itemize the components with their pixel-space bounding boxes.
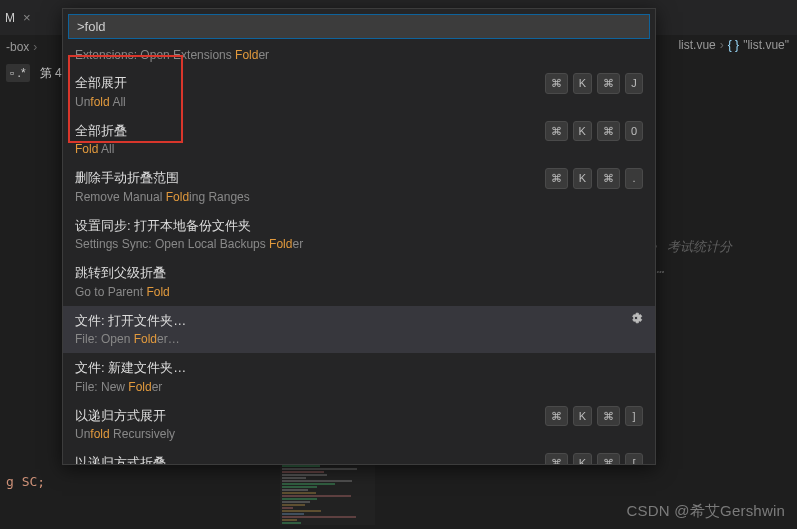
- keybinding-key: K: [573, 73, 592, 94]
- keybinding-key: K: [573, 453, 592, 464]
- breadcrumb: -box ›: [0, 38, 43, 56]
- command-item[interactable]: 以递归方式折叠Fold Recursively⌘K⌘[: [63, 448, 655, 464]
- keybinding-key: ⌘: [597, 121, 620, 142]
- command-secondary-label: Extensions: Open Extensions Folder: [75, 46, 269, 64]
- command-item[interactable]: 跳转到父级折叠Go to Parent Fold: [63, 258, 655, 306]
- command-primary-label: 以递归方式折叠: [75, 453, 166, 464]
- command-secondary-label: Settings Sync: Open Local Backups Folder: [75, 235, 303, 253]
- command-primary-label: 全部折叠: [75, 121, 127, 141]
- keybinding-key: ⌘: [597, 406, 620, 427]
- keybinding-key: K: [573, 168, 592, 189]
- keybinding-key: J: [625, 73, 643, 94]
- breadcrumb-symbol[interactable]: "list.vue": [743, 38, 789, 52]
- tab-label[interactable]: M: [5, 11, 15, 25]
- keybinding-key: ⌘: [545, 406, 568, 427]
- breadcrumb-item[interactable]: -box: [6, 40, 29, 54]
- command-palette: Extensions: Open Extensions Folder全部展开Un…: [62, 8, 656, 465]
- command-primary-label: 跳转到父级折叠: [75, 263, 170, 283]
- command-primary-label: 以递归方式展开: [75, 406, 175, 426]
- keybinding-key: 0: [625, 121, 643, 142]
- keybinding-key: ⌘: [545, 168, 568, 189]
- command-primary-label: 全部展开: [75, 73, 127, 93]
- chevron-right-icon: ›: [720, 38, 724, 52]
- command-item[interactable]: 删除手动折叠范围Remove Manual Folding Ranges⌘K⌘.: [63, 163, 655, 211]
- keybinding-key: K: [573, 406, 592, 427]
- command-primary-label: 设置同步: 打开本地备份文件夹: [75, 216, 303, 236]
- sub-bar: ▫ .* 第 4: [0, 60, 68, 86]
- command-primary-label: 文件: 打开文件夹…: [75, 311, 186, 331]
- command-secondary-label: Unfold All: [75, 93, 127, 111]
- keybinding-key: ⌘: [597, 73, 620, 94]
- change-indicator[interactable]: ▫ .*: [6, 64, 30, 82]
- chevron-right-icon: ›: [33, 40, 37, 54]
- command-secondary-label: File: New Folder: [75, 378, 186, 396]
- command-item[interactable]: 文件: 新建文件夹…File: New Folder: [63, 353, 655, 401]
- line-info: 第 4: [40, 65, 62, 82]
- close-icon[interactable]: ×: [23, 10, 31, 25]
- keybinding-key: ⌘: [545, 453, 568, 464]
- keybinding-key: ⌘: [545, 121, 568, 142]
- command-secondary-label: Fold All: [75, 140, 127, 158]
- command-secondary-label: Go to Parent Fold: [75, 283, 170, 301]
- keybinding-key: .: [625, 168, 643, 189]
- command-secondary-label: Unfold Recursively: [75, 425, 175, 443]
- gear-icon[interactable]: [629, 311, 643, 325]
- breadcrumb-right: list.vue › { } "list.vue": [678, 38, 789, 52]
- command-item[interactable]: Extensions: Open Extensions Folder: [63, 44, 655, 68]
- command-item[interactable]: 全部折叠Fold All⌘K⌘0: [63, 116, 655, 164]
- command-primary-label: 文件: 新建文件夹…: [75, 358, 186, 378]
- keybinding-key: ⌘: [597, 453, 620, 464]
- command-secondary-label: Remove Manual Folding Ranges: [75, 188, 250, 206]
- keybinding-key: K: [573, 121, 592, 142]
- keybinding-key: [: [625, 453, 643, 464]
- watermark: CSDN @希艾Gershwin: [627, 502, 785, 521]
- keybinding-key: ]: [625, 406, 643, 427]
- command-item[interactable]: 以递归方式展开Unfold Recursively⌘K⌘]: [63, 401, 655, 449]
- command-input[interactable]: [68, 14, 650, 39]
- keybinding-key: ⌘: [597, 168, 620, 189]
- breadcrumb-file[interactable]: list.vue: [678, 38, 715, 52]
- command-item[interactable]: 设置同步: 打开本地备份文件夹Settings Sync: Open Local…: [63, 211, 655, 259]
- command-secondary-label: File: Open Folder…: [75, 330, 186, 348]
- command-primary-label: 删除手动折叠范围: [75, 168, 250, 188]
- command-list: Extensions: Open Extensions Folder全部展开Un…: [63, 44, 655, 464]
- command-item[interactable]: 全部展开Unfold All⌘K⌘J: [63, 68, 655, 116]
- keybinding-key: ⌘: [545, 73, 568, 94]
- command-item[interactable]: 文件: 打开文件夹…File: Open Folder…: [63, 306, 655, 354]
- code-fragment: g SC;: [6, 474, 45, 489]
